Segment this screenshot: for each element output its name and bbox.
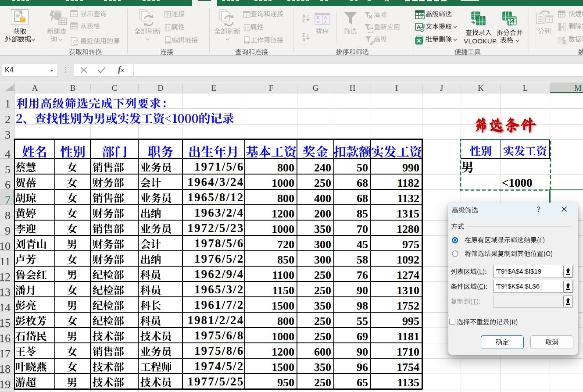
svg-text:A: A [324,15,327,20]
svg-text:Z: Z [317,15,319,20]
svg-text:A: A [317,20,320,24]
svg-text:Z: Z [324,20,327,24]
svg-text:A: A [302,37,305,42]
svg-text:Z: Z [302,18,305,23]
